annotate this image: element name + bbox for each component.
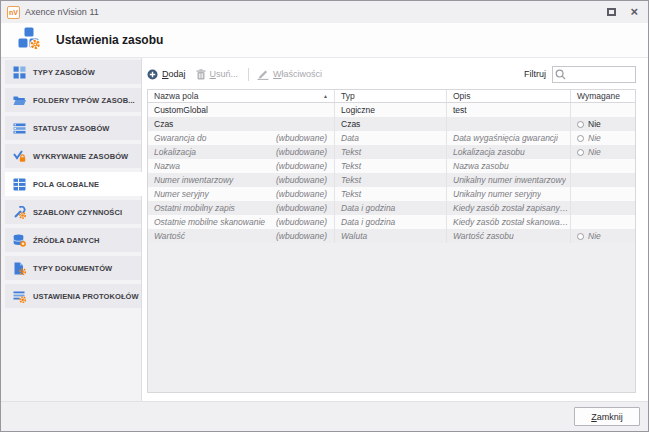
field-name: CustomGlobal bbox=[154, 105, 208, 115]
list-gear-icon bbox=[13, 290, 26, 303]
field-name: Ostatnie mobilne skanowanie bbox=[154, 217, 265, 227]
close-dialog-button[interactable]: Zamknij bbox=[574, 407, 640, 426]
table-row[interactable]: Ostatnie mobilne skanowanie (wbudowane) … bbox=[148, 215, 635, 229]
sidebar-item-label: TYPY DOKUMENTÓW bbox=[33, 264, 112, 273]
toolbar: Dodaj Usuń... bbox=[147, 61, 636, 87]
sidebar-item-szablony-czynnosci[interactable]: SZABLONY CZYNNOŚCI bbox=[5, 200, 141, 224]
field-description: Lokalizacja zasobu bbox=[453, 147, 525, 157]
field-type: Data i godzina bbox=[341, 203, 395, 213]
column-header-nazwa-pola[interactable]: Nazwa pola ▲ bbox=[148, 90, 334, 102]
field-description: Unikalny numer inwentarzowy bbox=[453, 175, 566, 185]
required-radio[interactable] bbox=[577, 149, 584, 156]
table-row[interactable]: Nazwa (wbudowane) Tekst Nazwa zasobu bbox=[148, 159, 635, 173]
sidebar-item-label: TYPY ZASOBÓW bbox=[33, 68, 95, 77]
required-radio[interactable] bbox=[577, 233, 584, 240]
field-type: Tekst bbox=[341, 161, 361, 171]
sidebar-item-label: ŹRÓDŁA DANYCH bbox=[33, 236, 99, 245]
field-builtin-tag: (wbudowane) bbox=[276, 189, 327, 199]
asset-settings-icon bbox=[17, 26, 41, 54]
document-gear-icon bbox=[13, 262, 26, 275]
sidebar-item-typy-dokumentow[interactable]: TYPY DOKUMENTÓW bbox=[5, 256, 141, 280]
sort-asc-icon: ▲ bbox=[323, 93, 328, 99]
sidebar-item-statusy-zasobow[interactable]: STATUSY ZASOBÓW bbox=[5, 116, 141, 140]
field-description: Kiedy zasób został skanowany za pośr... bbox=[453, 217, 570, 227]
properties-button[interactable]: Właściwości bbox=[257, 69, 322, 80]
check-lock-icon bbox=[13, 150, 26, 163]
table-row[interactable]: Wartość (wbudowane) Waluta Wartość zasob… bbox=[148, 229, 635, 243]
table-row[interactable]: Numer seryjny (wbudowane) Tekst Unikalny… bbox=[148, 187, 635, 201]
sidebar-item-label: SZABLONY CZYNNOŚCI bbox=[33, 208, 122, 217]
field-type: Tekst bbox=[341, 147, 361, 157]
field-name: Wartość bbox=[154, 231, 185, 241]
sidebar: TYPY ZASOBÓW FOLDERY TYPÓW ZASOB... bbox=[1, 58, 142, 401]
field-type: Logiczne bbox=[341, 105, 375, 115]
field-builtin-tag: (wbudowane) bbox=[276, 231, 327, 241]
main-panel: Dodaj Usuń... bbox=[142, 58, 648, 401]
table-row[interactable]: Lokalizacja (wbudowane) Tekst Lokalizacj… bbox=[148, 145, 635, 159]
search-icon bbox=[555, 69, 566, 80]
window-title: Axence nVision 11 bbox=[25, 7, 99, 17]
required-value: Nie bbox=[588, 231, 601, 241]
add-button[interactable]: Dodaj bbox=[147, 69, 186, 80]
field-description: Data wygaśnięcia gwarancji bbox=[453, 133, 558, 143]
pencil-icon bbox=[257, 69, 269, 80]
wrench-gear-icon bbox=[13, 206, 26, 219]
delete-button[interactable]: Usuń... bbox=[196, 69, 239, 80]
required-radio[interactable] bbox=[577, 121, 584, 128]
field-name: Nazwa bbox=[154, 161, 180, 171]
properties-button-label: Właściwości bbox=[273, 69, 322, 79]
close-icon[interactable]: × bbox=[630, 7, 638, 17]
plus-circle-icon bbox=[147, 69, 158, 80]
field-type: Data i godzina bbox=[341, 217, 395, 227]
field-type: Tekst bbox=[341, 189, 361, 199]
field-description: test bbox=[453, 105, 467, 115]
field-name: Gwarancja do bbox=[154, 133, 206, 143]
table-row[interactable]: Gwarancja do (wbudowane) Data Data wygaś… bbox=[148, 131, 635, 145]
add-button-label: Dodaj bbox=[162, 69, 186, 79]
status-list-icon bbox=[13, 122, 26, 135]
dialog-footer: Zamknij bbox=[1, 401, 648, 431]
sidebar-item-typy-zasobow[interactable]: TYPY ZASOBÓW bbox=[5, 60, 141, 84]
required-radio[interactable] bbox=[577, 135, 584, 142]
sidebar-item-label: USTAWIENIA PROTOKOŁÓW bbox=[33, 292, 139, 301]
sidebar-item-label: POLA GLOBALNE bbox=[33, 180, 99, 189]
field-builtin-tag: (wbudowane) bbox=[276, 203, 327, 213]
field-name: Ostatni mobilny zapis bbox=[154, 203, 235, 213]
table-row[interactable]: CustomGlobal Logiczne test bbox=[148, 103, 635, 117]
dialog-header: Ustawienia zasobu bbox=[1, 23, 648, 58]
page-title: Ustawienia zasobu bbox=[56, 33, 163, 47]
required-value: Nie bbox=[588, 147, 601, 157]
column-header-typ[interactable]: Typ bbox=[334, 90, 446, 102]
sidebar-item-ustawienia-protokolow[interactable]: USTAWIENIA PROTOKOŁÓW bbox=[5, 284, 141, 308]
table-row[interactable]: Numer inwentarzowy (wbudowane) Tekst Uni… bbox=[148, 173, 635, 187]
field-builtin-tag: (wbudowane) bbox=[276, 161, 327, 171]
grid-icon bbox=[13, 66, 26, 79]
required-value: Nie bbox=[588, 133, 601, 143]
field-name: Numer seryjny bbox=[154, 189, 209, 199]
table-row[interactable]: Czas Czas bbox=[148, 117, 635, 131]
sidebar-item-label: FOLDERY TYPÓW ZASOB... bbox=[33, 96, 135, 105]
sidebar-item-label: WYKRYWANIE ZASOBÓW bbox=[33, 152, 128, 161]
column-header-wymagane[interactable]: Wymagane bbox=[570, 90, 635, 102]
field-builtin-tag: (wbudowane) bbox=[276, 217, 327, 227]
trash-icon bbox=[196, 69, 206, 80]
sidebar-item-foldery-typow-zasobow[interactable]: FOLDERY TYPÓW ZASOB... bbox=[5, 88, 141, 112]
sidebar-item-pola-globalne[interactable]: POLA GLOBALNE bbox=[5, 172, 142, 196]
fields-table: Nazwa pola ▲ Typ Opis Wymagane bbox=[147, 89, 636, 393]
field-name: Czas bbox=[154, 119, 173, 129]
table-grid-icon bbox=[13, 178, 26, 191]
database-plus-icon bbox=[13, 234, 26, 247]
folder-icon bbox=[13, 94, 26, 107]
maximize-icon[interactable] bbox=[607, 8, 616, 16]
sidebar-item-wykrywanie-zasobow[interactable]: WYKRYWANIE ZASOBÓW bbox=[5, 144, 141, 168]
table-row[interactable]: Ostatni mobilny zapis (wbudowane) Data i… bbox=[148, 201, 635, 215]
field-description: Kiedy zasób został zapisany za pośred... bbox=[453, 203, 570, 213]
toolbar-separator bbox=[248, 68, 249, 81]
column-header-opis[interactable]: Opis bbox=[446, 90, 570, 102]
field-name: Lokalizacja bbox=[154, 147, 196, 157]
title-bar: nV Axence nVision 11 × bbox=[1, 1, 648, 23]
field-builtin-tag: (wbudowane) bbox=[276, 147, 327, 157]
field-description: Wartość zasobu bbox=[453, 231, 514, 241]
sidebar-item-zrodla-danych[interactable]: ŹRÓDŁA DANYCH bbox=[5, 228, 141, 252]
field-builtin-tag: (wbudowane) bbox=[276, 175, 327, 185]
